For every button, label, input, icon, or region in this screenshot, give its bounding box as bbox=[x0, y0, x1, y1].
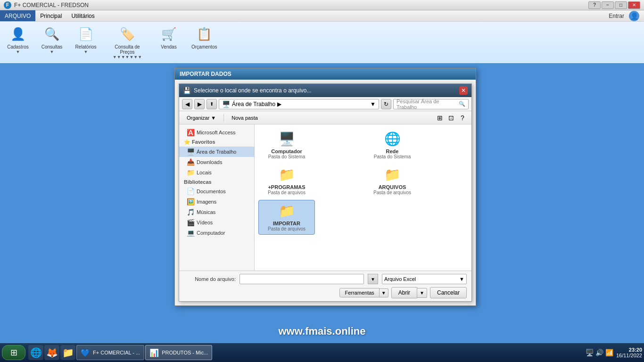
file-list: 🖥️ Computador Pasta do Sistema 🌐 Rede Pa… bbox=[255, 124, 471, 271]
view-icons-button[interactable]: ⊞ bbox=[435, 113, 445, 123]
abrir-button[interactable]: Abrir bbox=[391, 287, 417, 298]
sidebar-item-microsoft-access[interactable]: 🅰️ Microsoft Access bbox=[179, 127, 254, 138]
arquivos-file-icon: 📁 bbox=[384, 167, 401, 182]
importar-file-sub: Pasta de arquivos bbox=[268, 226, 305, 231]
menu-principal[interactable]: Principal bbox=[35, 10, 66, 21]
importar-file-name: IMPORTAR bbox=[273, 221, 300, 226]
tray-volume-icon[interactable]: 🔊 bbox=[595, 349, 603, 356]
taskbar-fcomercial-label: F+ COMERCIAL - ... bbox=[93, 350, 140, 355]
rede-file-sub: Pasta do Sistema bbox=[374, 154, 411, 159]
file-item-programas[interactable]: 📁 +PROGRAMAS Pasta de arquivos bbox=[258, 164, 315, 198]
forward-button[interactable]: ▶ bbox=[194, 99, 205, 109]
file-item-rede[interactable]: 🌐 Rede Pasta do Sistema bbox=[364, 128, 421, 162]
cadastros-label: Cadastros bbox=[7, 44, 29, 49]
taskbar-ie-icon[interactable]: 🌐 bbox=[28, 345, 43, 360]
taskbar-firefox-icon[interactable]: 🦊 bbox=[44, 345, 59, 360]
app-icon: F bbox=[4, 1, 11, 9]
orcamentos-icon: 📋 bbox=[195, 25, 214, 43]
address-path-icon: 🖥️ bbox=[222, 100, 230, 108]
user-icon[interactable]: 👤 bbox=[629, 11, 639, 21]
minimize-button[interactable]: − bbox=[602, 1, 614, 9]
view-list-button[interactable]: ⊡ bbox=[446, 113, 456, 123]
file-dialog-close-button[interactable]: ✕ bbox=[459, 86, 468, 95]
filetype-select[interactable]: Arquivo Excel ▼ bbox=[382, 274, 467, 284]
ribbon-consulta-precos[interactable]: 🏷️ Consulta de Preços ▼▼▼▼▼▼▼ bbox=[106, 24, 149, 61]
sidebar-item-label: Locais bbox=[197, 170, 212, 175]
organizar-button[interactable]: Organizar ▼ bbox=[183, 114, 220, 122]
menu-arquivo[interactable]: ARQUIVO bbox=[0, 10, 35, 21]
programas-file-sub: Pasta de arquivos bbox=[268, 190, 305, 195]
address-path-text: Área de Trabalho bbox=[232, 101, 275, 107]
sidebar-item-musicas[interactable]: 🎵 Músicas bbox=[179, 207, 254, 217]
menu-entrar[interactable]: Entrar bbox=[609, 13, 624, 19]
ribbon-vendas[interactable]: 🛒 Vendas bbox=[155, 24, 183, 61]
sidebar-item-imagens[interactable]: 🖼️ Imagens bbox=[179, 197, 254, 207]
address-dropdown-arrow[interactable]: ▼ bbox=[370, 101, 376, 107]
file-dialog-title-bar: 💾 Selecione o local onde se encontra o a… bbox=[179, 84, 471, 97]
address-path[interactable]: 🖥️ Área de Trabalho ▶ ▼ bbox=[219, 99, 379, 109]
importar-outer-panel: IMPORTAR DADOS 💾 Selecione o local onde … bbox=[174, 68, 476, 306]
computador-icon: 💻 bbox=[187, 229, 194, 237]
tray-display-icon[interactable]: 🖥️ bbox=[586, 349, 594, 356]
importar-file-icon: 📁 bbox=[279, 203, 295, 219]
sidebar-item-computador[interactable]: 💻 Computador bbox=[179, 228, 254, 238]
favoritos-star-icon: ⭐ bbox=[184, 139, 190, 145]
filetype-arrow: ▼ bbox=[459, 276, 464, 282]
close-button[interactable]: ✕ bbox=[628, 1, 640, 9]
ferramentas-button-group: Ferramentas ▼ bbox=[339, 288, 388, 297]
file-toolbar: Organizar ▼ Nova pasta ⊞ ⊡ ? bbox=[179, 111, 471, 124]
clock[interactable]: 23:20 16/11/2022 bbox=[616, 347, 642, 358]
ribbon-cadastros[interactable]: 👤 Cadastros ▼ bbox=[4, 24, 32, 61]
sidebar-item-documentos[interactable]: 📄 Documentos bbox=[179, 186, 254, 197]
sidebar: 🅰️ Microsoft Access ⭐ Favoritos 🖥️ Área … bbox=[179, 124, 255, 271]
taskbar-excel-app[interactable]: 📊 PRODUTOS - Mic... bbox=[145, 345, 212, 360]
help-button[interactable]: ? bbox=[588, 1, 601, 9]
orcamentos-label: Orçamentos bbox=[191, 44, 217, 49]
consultas-label: Consultas bbox=[41, 44, 62, 49]
ribbon-orcamentos[interactable]: 📋 Orçamentos bbox=[189, 24, 220, 61]
tray-network-icon[interactable]: 📶 bbox=[605, 349, 613, 356]
ferramentas-dropdown-button[interactable]: ▼ bbox=[380, 288, 388, 297]
file-dialog: 💾 Selecione o local onde se encontra o a… bbox=[179, 83, 472, 302]
tray-icons: 🖥️ 🔊 📶 bbox=[586, 349, 613, 356]
ferramentas-main-button[interactable]: Ferramentas bbox=[339, 288, 379, 297]
address-bar: ◀ ▶ ⬆ 🖥️ Área de Trabalho ▶ ▼ ↻ Pesquisa… bbox=[179, 97, 471, 111]
refresh-button[interactable]: ↻ bbox=[381, 99, 391, 109]
sidebar-item-downloads[interactable]: 📥 Downloads bbox=[179, 157, 254, 167]
cancelar-button[interactable]: Cancelar bbox=[430, 287, 467, 298]
favoritos-label: Favoritos bbox=[192, 139, 215, 145]
sidebar-item-label: Computador bbox=[197, 230, 225, 236]
importar-title-bar: IMPORTAR DADOS bbox=[175, 68, 476, 80]
ribbon-relatorios[interactable]: 📄 Relatórios ▼ bbox=[72, 24, 100, 61]
abrir-dropdown-button[interactable]: ▼ bbox=[417, 288, 427, 298]
nova-pasta-label: Nova pasta bbox=[231, 115, 258, 121]
file-item-importar[interactable]: 📁 IMPORTAR Pasta de arquivos bbox=[258, 200, 315, 235]
menu-bar: ARQUIVO Principal Utilitários Entrar 👤 bbox=[0, 10, 644, 22]
musicas-icon: 🎵 bbox=[187, 208, 194, 216]
ribbon-consultas[interactable]: 🔍 Consultas ▼ bbox=[38, 24, 66, 61]
maximize-button[interactable]: □ bbox=[615, 1, 627, 9]
file-item-arquivos[interactable]: 📁 ARQUIVOS Pasta de arquivos bbox=[364, 164, 421, 198]
organizar-arrow: ▼ bbox=[211, 115, 216, 121]
sidebar-item-videos[interactable]: 🎬 Vídeos bbox=[179, 217, 254, 228]
menu-utilitarios[interactable]: Utilitários bbox=[66, 10, 99, 21]
action-row: Ferramentas ▼ Abrir ▼ Cancelar bbox=[184, 287, 467, 298]
sidebar-item-area-trabalho[interactable]: 🖥️ Área de Trabalho bbox=[179, 147, 254, 157]
taskbar-fcomercial-app[interactable]: 💙 F+ COMERCIAL - ... bbox=[76, 345, 144, 360]
file-item-computador[interactable]: 🖥️ Computador Pasta do Sistema bbox=[258, 128, 315, 162]
taskbar-folder-icon[interactable]: 📁 bbox=[60, 345, 75, 360]
start-button[interactable]: ⊞ bbox=[2, 345, 25, 360]
area-trabalho-icon: 🖥️ bbox=[187, 148, 194, 156]
back-button[interactable]: ◀ bbox=[182, 99, 192, 109]
filename-input[interactable] bbox=[239, 274, 364, 284]
search-box[interactable]: Pesquisar Área de Trabalho 🔍 bbox=[393, 99, 469, 109]
documentos-icon: 📄 bbox=[187, 188, 194, 195]
help-button[interactable]: ? bbox=[457, 113, 468, 123]
taskbar: ⊞ 🌐 🦊 📁 💙 F+ COMERCIAL - ... 📊 PRODUTOS … bbox=[0, 343, 644, 362]
sidebar-item-label: Microsoft Access bbox=[197, 130, 236, 135]
taskbar-fcomercial-icon: 💙 bbox=[81, 348, 90, 357]
sidebar-item-locais[interactable]: 📁 Locais bbox=[179, 167, 254, 178]
up-button[interactable]: ⬆ bbox=[206, 99, 217, 109]
filename-dropdown[interactable]: ▼ bbox=[368, 274, 378, 284]
nova-pasta-button[interactable]: Nova pasta bbox=[228, 114, 262, 122]
